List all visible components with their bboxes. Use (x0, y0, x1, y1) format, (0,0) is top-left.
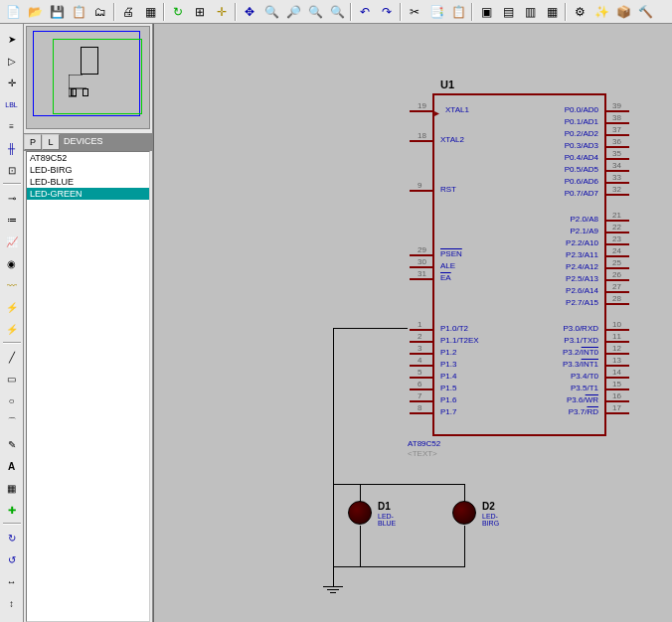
text-icon[interactable]: A (2, 456, 22, 476)
pin-right[interactable]: P2.3/A1124 (604, 255, 629, 257)
pin-right[interactable]: P0.7/AD732 (604, 194, 629, 196)
wire[interactable] (333, 328, 408, 329)
pin-left[interactable]: 3P1.2 (410, 353, 434, 355)
make-icon[interactable]: ✨ (591, 2, 611, 22)
selection-icon[interactable]: ➤ (2, 29, 22, 49)
undo-icon[interactable]: ↶ (355, 2, 375, 22)
pin-left[interactable]: 9RST (410, 190, 434, 192)
open-icon[interactable]: 📂 (25, 2, 45, 22)
block-delete-icon[interactable]: ▦ (542, 2, 562, 22)
path-icon[interactable]: ✎ (2, 434, 22, 454)
device-item[interactable]: LED-GREEN (27, 188, 149, 200)
rotate-ccw-icon[interactable]: ↺ (2, 549, 22, 569)
pin-right[interactable]: P3.2/INT012 (604, 353, 629, 355)
pin-right[interactable]: P2.1/A922 (604, 232, 629, 233)
redo-icon[interactable]: ↷ (377, 2, 397, 22)
pin-right[interactable]: P0.3/AD336 (604, 146, 629, 148)
graph-icon[interactable]: 📈 (2, 232, 22, 251)
led-ref[interactable]: D1 (378, 501, 391, 512)
copy-icon[interactable]: 📑 (426, 2, 446, 22)
pin-left[interactable]: 31EA (410, 278, 434, 280)
tape-icon[interactable]: ◉ (2, 253, 22, 273)
import-section-icon[interactable]: 📋 (69, 2, 88, 22)
decompose-icon[interactable]: 🔨 (635, 2, 655, 22)
devices-list[interactable]: AT89C52LED-BIRGLED-BLUELED-GREEN (26, 151, 150, 622)
pin-right[interactable]: P0.1/AD138 (604, 122, 629, 124)
wire[interactable] (464, 526, 465, 567)
probe-v-icon[interactable]: ⚡ (2, 297, 22, 317)
grid-icon[interactable]: ⊞ (190, 2, 210, 22)
pin-right[interactable]: P2.0/A821 (604, 220, 629, 222)
pin-left[interactable]: 29PSEN (410, 254, 434, 256)
chip-component[interactable]: 19▸XTAL118XTAL29RST29PSEN30ALE31EA1P1.0/… (432, 93, 606, 436)
wire[interactable] (333, 328, 334, 566)
wire[interactable] (333, 484, 465, 485)
circle-icon[interactable]: ○ (2, 390, 22, 410)
pin-right[interactable]: P3.5/T115 (604, 389, 629, 390)
pin-right[interactable]: P3.7/RD17 (604, 412, 629, 414)
arc-icon[interactable]: ⌒ (2, 412, 22, 432)
pin-left[interactable]: 8P1.7 (410, 412, 434, 414)
save-icon[interactable]: 💾 (47, 2, 67, 22)
paste-icon[interactable]: 📋 (448, 2, 468, 22)
pin-left[interactable]: 18XTAL2 (410, 140, 434, 142)
device-item[interactable]: AT89C52 (27, 152, 149, 164)
zoom-in-icon[interactable]: 🔍 (261, 2, 281, 22)
pin-right[interactable]: P0.6/AD633 (604, 182, 629, 184)
pin-left[interactable]: 2P1.1/T2EX (410, 341, 434, 343)
device-pin-icon[interactable]: ≔ (2, 210, 22, 230)
pin-right[interactable]: P2.2/A1023 (604, 243, 629, 245)
mirror-y-icon[interactable]: ↕ (2, 593, 22, 613)
box-icon[interactable]: ▭ (2, 369, 22, 389)
chip-text[interactable]: <TEXT> (408, 449, 437, 458)
wire[interactable] (333, 566, 334, 586)
pin-right[interactable]: P2.4/A1225 (604, 267, 629, 269)
wire-label-icon[interactable]: LBL (2, 94, 22, 114)
pin-right[interactable]: P3.1/TXD11 (604, 341, 629, 343)
zoom-area-icon[interactable]: 🔍 (327, 2, 347, 22)
pin-right[interactable]: P0.0/AD039 (604, 110, 629, 112)
print-icon[interactable]: 🖨 (118, 2, 138, 22)
led-ref[interactable]: D2 (482, 501, 495, 512)
line-icon[interactable]: ╱ (2, 347, 22, 367)
wire[interactable] (360, 526, 361, 567)
rotate-cw-icon[interactable]: ↻ (2, 528, 22, 547)
wire[interactable] (333, 566, 465, 567)
mirror-x-icon[interactable]: ↔ (2, 571, 22, 591)
ground-symbol[interactable] (323, 586, 343, 593)
pin-right[interactable]: P3.3/INT113 (604, 365, 629, 367)
sub-circuit-icon[interactable]: ⊡ (2, 160, 22, 180)
pick-device-button[interactable]: P (24, 134, 42, 150)
device-item[interactable]: LED-BIRG (27, 164, 149, 176)
pin-right[interactable]: P2.7/A1528 (604, 303, 629, 305)
generator-icon[interactable]: 〰 (2, 275, 22, 295)
symbol-icon[interactable]: ▦ (2, 478, 22, 498)
pin-right[interactable]: P2.6/A1427 (604, 291, 629, 293)
text-script-icon[interactable]: ≡ (2, 116, 22, 136)
block-rotate-icon[interactable]: ▥ (520, 2, 540, 22)
pin-right[interactable]: P2.5/A1326 (604, 279, 629, 281)
pin-left[interactable]: 5P1.4 (410, 377, 434, 379)
pin-left[interactable]: 4P1.3 (410, 365, 434, 367)
bus-icon[interactable]: ╫ (2, 138, 22, 158)
junction-icon[interactable]: ✛ (2, 73, 22, 92)
led-component[interactable]: D1LED-BLUE (348, 501, 372, 525)
library-button[interactable]: L (42, 134, 60, 150)
schematic-canvas[interactable]: U1 19▸XTAL118XTAL29RST29PSEN30ALE31EA1P1… (153, 24, 672, 622)
block-move-icon[interactable]: ▤ (498, 2, 518, 22)
import-region-icon[interactable]: 🗂 (90, 2, 110, 22)
device-item[interactable]: LED-BLUE (27, 176, 149, 188)
pin-right[interactable]: P0.5/AD534 (604, 170, 629, 172)
origin-icon[interactable]: ✛ (212, 2, 232, 22)
chip-ref[interactable]: U1 (440, 78, 454, 90)
pick-icon[interactable]: ⚙ (570, 2, 589, 22)
pin-right[interactable]: P0.2/AD237 (604, 134, 629, 136)
zoom-all-icon[interactable]: 🔍 (305, 2, 325, 22)
component-icon[interactable]: ▷ (2, 51, 22, 71)
zoom-out-icon[interactable]: 🔎 (283, 2, 303, 22)
redraw-icon[interactable]: ↻ (168, 2, 188, 22)
led-name[interactable]: LED-BIRG (482, 513, 499, 527)
marker-icon[interactable]: ✚ (2, 500, 22, 520)
pin-left[interactable]: 19▸XTAL1 (410, 110, 434, 112)
pin-left[interactable]: 30ALE (410, 266, 434, 268)
